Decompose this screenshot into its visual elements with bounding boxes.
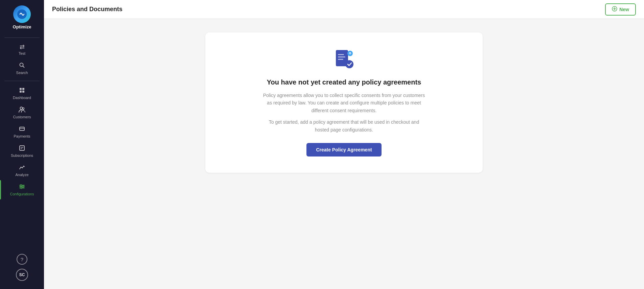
svg-point-8 bbox=[23, 108, 24, 110]
svg-line-2 bbox=[23, 66, 24, 68]
dashboard-icon bbox=[19, 87, 25, 94]
analyze-icon bbox=[19, 164, 25, 171]
sidebar-item-dashboard[interactable]: Dashboard bbox=[0, 84, 44, 103]
test-icon: ⇄ bbox=[20, 44, 25, 50]
empty-state-description2: To get started, add a policy agreement t… bbox=[263, 118, 425, 134]
search-icon bbox=[19, 62, 25, 69]
sidebar-divider2 bbox=[4, 81, 40, 81]
svg-rect-5 bbox=[20, 91, 22, 93]
sidebar-item-payments[interactable]: Payments bbox=[0, 122, 44, 142]
plus-icon bbox=[612, 6, 617, 13]
svg-point-19 bbox=[21, 187, 22, 189]
app-logo[interactable] bbox=[13, 5, 31, 23]
sidebar-item-label-search: Search bbox=[16, 71, 28, 75]
document-icon-wrapper bbox=[333, 49, 355, 72]
customers-icon bbox=[19, 106, 25, 114]
help-button[interactable]: ? bbox=[17, 254, 27, 265]
sidebar-divider bbox=[4, 38, 40, 38]
sidebar-item-label-dashboard: Dashboard bbox=[13, 96, 31, 100]
svg-rect-26 bbox=[338, 59, 343, 60]
create-policy-button[interactable]: Create Policy Agreement bbox=[306, 143, 381, 156]
sidebar-item-label-analyze: Analyze bbox=[15, 173, 28, 177]
new-button-label: New bbox=[619, 7, 629, 12]
app-name: Optimize bbox=[13, 24, 31, 29]
svg-point-17 bbox=[20, 185, 22, 186]
svg-point-7 bbox=[20, 107, 23, 110]
user-avatar[interactable]: SC bbox=[16, 269, 28, 281]
sidebar-item-analyze[interactable]: Analyze bbox=[0, 161, 44, 180]
sidebar-item-customers[interactable]: Customers bbox=[0, 103, 44, 122]
create-policy-label: Create Policy Agreement bbox=[316, 147, 372, 152]
sidebar-bottom: ? SC bbox=[16, 254, 28, 284]
sidebar-item-label-test: Test bbox=[19, 51, 25, 55]
sidebar-item-search[interactable]: Search bbox=[0, 59, 44, 78]
help-icon: ? bbox=[21, 257, 23, 262]
payments-icon bbox=[19, 126, 25, 133]
sidebar-item-label-customers: Customers bbox=[13, 115, 31, 119]
empty-state-title: You have not yet created any policy agre… bbox=[267, 78, 421, 86]
new-button[interactable]: New bbox=[605, 3, 636, 16]
svg-rect-9 bbox=[20, 127, 24, 130]
empty-state-card: You have not yet created any policy agre… bbox=[205, 32, 483, 173]
svg-rect-11 bbox=[20, 146, 24, 150]
sidebar: Optimize ⇄ Test Search Dashboard Custome… bbox=[0, 0, 44, 289]
page-title: Policies and Documents bbox=[52, 6, 122, 13]
sidebar-item-configurations[interactable]: Configurations bbox=[0, 180, 44, 199]
sidebar-item-label-subscriptions: Subscriptions bbox=[11, 153, 33, 158]
configurations-icon bbox=[19, 184, 25, 191]
sidebar-item-label-payments: Payments bbox=[14, 134, 30, 138]
sidebar-item-label-configurations: Configurations bbox=[10, 192, 34, 196]
content-area: You have not yet created any policy agre… bbox=[44, 19, 644, 289]
sidebar-item-subscriptions[interactable]: Subscriptions bbox=[0, 142, 44, 161]
svg-rect-6 bbox=[22, 91, 24, 93]
sidebar-item-test[interactable]: ⇄ Test bbox=[0, 41, 44, 59]
svg-rect-4 bbox=[22, 88, 24, 90]
svg-rect-24 bbox=[338, 54, 344, 55]
subscriptions-icon bbox=[19, 145, 25, 152]
empty-state-description1: Policy agreements allow you to collect s… bbox=[263, 92, 425, 114]
svg-rect-3 bbox=[20, 88, 22, 90]
main-area: Policies and Documents New bbox=[44, 0, 644, 289]
svg-rect-25 bbox=[338, 56, 345, 57]
svg-point-18 bbox=[22, 186, 24, 187]
page-header: Policies and Documents New bbox=[44, 0, 644, 19]
user-initials: SC bbox=[19, 272, 25, 277]
svg-point-27 bbox=[345, 60, 353, 68]
